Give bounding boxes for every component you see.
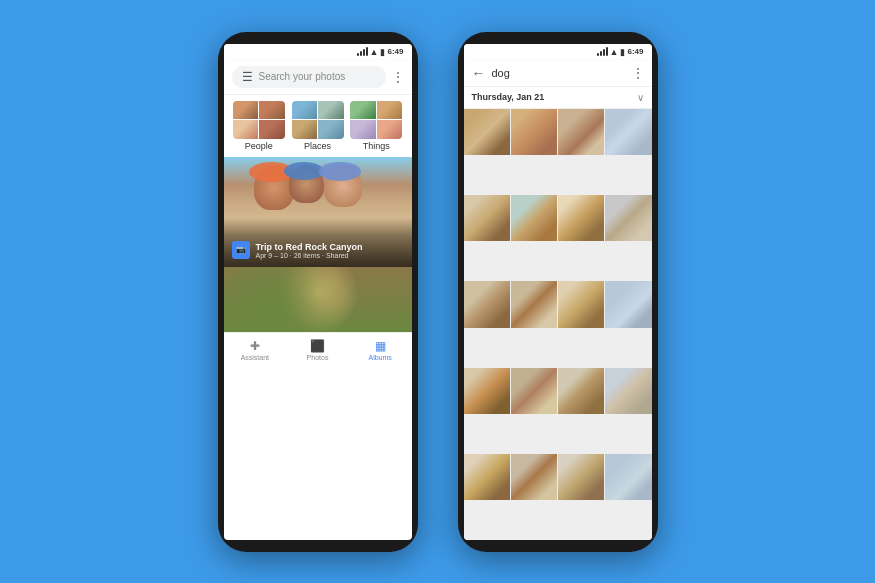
signal-icon-2	[597, 47, 608, 56]
things-img-1	[350, 101, 376, 120]
categories-section: People Places Thin	[224, 95, 412, 157]
signal-icon	[357, 47, 368, 56]
dog-photo-grid	[464, 109, 652, 540]
dog-photo-10[interactable]	[511, 281, 557, 327]
second-photo[interactable]	[224, 267, 412, 332]
places-img-3	[292, 120, 318, 139]
phone-2: ▲ ▮ 6:49 ← dog ⋮ Thursday, Jan 21 ∨	[458, 32, 658, 552]
status-icons-2: ▲ ▮ 6:49	[597, 47, 644, 57]
chevron-down-icon[interactable]: ∨	[637, 92, 644, 103]
places-thumb	[292, 101, 344, 139]
albums-icon: ▦	[375, 339, 386, 353]
search-inner-1[interactable]: ☰ Search your photos	[232, 66, 386, 88]
signal-bar-4	[366, 47, 368, 56]
nav-assistant-label: Assistant	[241, 354, 269, 361]
album-icon-box: 📷	[232, 241, 250, 259]
people-thumb	[233, 101, 285, 139]
dog-photo-6[interactable]	[511, 195, 557, 241]
bottom-nav: ✚ Assistant ⬛ Photos ▦ Albums	[224, 332, 412, 368]
battery-icon: ▮	[380, 47, 385, 57]
dog-photo-1[interactable]	[464, 109, 510, 155]
dog-photo-4[interactable]	[605, 109, 651, 155]
wifi-icon-2: ▲	[610, 47, 619, 57]
signal-bar-1	[357, 53, 359, 56]
people-img-1	[233, 101, 259, 120]
search-bar-2[interactable]: ← dog ⋮	[464, 60, 652, 87]
album-title: Trip to Red Rock Canyon	[256, 242, 363, 252]
featured-photo[interactable]: 📷 Trip to Red Rock Canyon Apr 9 – 10 · 2…	[224, 157, 412, 267]
search-placeholder-1: Search your photos	[259, 71, 376, 82]
dog-photo-8[interactable]	[605, 195, 651, 241]
menu-icon[interactable]: ☰	[242, 70, 253, 84]
dog-photo-20[interactable]	[605, 454, 651, 500]
signal-bar-2-1	[597, 53, 599, 56]
people-label: People	[245, 141, 273, 151]
people-img-2	[259, 101, 285, 120]
dog-photo-15[interactable]	[558, 368, 604, 414]
album-icon: 📷	[236, 245, 246, 254]
wifi-icon: ▲	[370, 47, 379, 57]
signal-bar-2	[360, 51, 362, 56]
status-bar-1: ▲ ▮ 6:49	[224, 44, 412, 60]
things-img-2	[377, 101, 403, 120]
things-thumb	[350, 101, 402, 139]
date-row[interactable]: Thursday, Jan 21 ∨	[464, 87, 652, 109]
album-subtitle: Apr 9 – 10 · 26 items · Shared	[256, 252, 363, 259]
search-query: dog	[492, 67, 626, 79]
album-info: Trip to Red Rock Canyon Apr 9 – 10 · 26 …	[256, 242, 363, 259]
dog-photo-16[interactable]	[605, 368, 651, 414]
phone-2-screen: ▲ ▮ 6:49 ← dog ⋮ Thursday, Jan 21 ∨	[464, 44, 652, 540]
dog-photo-7[interactable]	[558, 195, 604, 241]
back-icon[interactable]: ←	[472, 65, 486, 81]
dog-photo-14[interactable]	[511, 368, 557, 414]
category-things[interactable]: Things	[349, 101, 404, 151]
nav-albums-label: Albums	[369, 354, 392, 361]
featured-overlay: 📷 Trip to Red Rock Canyon Apr 9 – 10 · 2…	[224, 233, 412, 267]
battery-icon-2: ▮	[620, 47, 625, 57]
things-img-3	[350, 120, 376, 139]
dog-photo-3[interactable]	[558, 109, 604, 155]
places-img-2	[318, 101, 344, 120]
more-icon-2[interactable]: ⋮	[632, 66, 644, 80]
dog-photo-17[interactable]	[464, 454, 510, 500]
category-people[interactable]: People	[232, 101, 287, 151]
category-places[interactable]: Places	[290, 101, 345, 151]
dog-photo-18[interactable]	[511, 454, 557, 500]
dog-photo-2[interactable]	[511, 109, 557, 155]
dog-photo-11[interactable]	[558, 281, 604, 327]
things-label: Things	[363, 141, 390, 151]
places-img-4	[318, 120, 344, 139]
dog-photo-5[interactable]	[464, 195, 510, 241]
status-icons-1: ▲ ▮ 6:49	[357, 47, 404, 57]
places-img-1	[292, 101, 318, 120]
people-img-3	[233, 120, 259, 139]
signal-bar-2-3	[603, 49, 605, 56]
status-time-2: 6:49	[627, 47, 643, 56]
assistant-icon: ✚	[250, 339, 260, 353]
nav-assistant[interactable]: ✚ Assistant	[224, 333, 287, 368]
dog-photo-13[interactable]	[464, 368, 510, 414]
nav-albums[interactable]: ▦ Albums	[349, 333, 412, 368]
phone-1-screen: ▲ ▮ 6:49 ☰ Search your photos ⋮	[224, 44, 412, 540]
more-icon-1[interactable]: ⋮	[392, 70, 404, 84]
status-bar-2: ▲ ▮ 6:49	[464, 44, 652, 60]
photos-icon: ⬛	[310, 339, 325, 353]
people-img-4	[259, 120, 285, 139]
phone-1: ▲ ▮ 6:49 ☰ Search your photos ⋮	[218, 32, 418, 552]
status-time-1: 6:49	[387, 47, 403, 56]
dog-photo-19[interactable]	[558, 454, 604, 500]
places-label: Places	[304, 141, 331, 151]
signal-bar-2-4	[606, 47, 608, 56]
signal-bar-3	[363, 49, 365, 56]
search-bar-1[interactable]: ☰ Search your photos ⋮	[224, 60, 412, 95]
dog-photo-12[interactable]	[605, 281, 651, 327]
second-photo-bg	[224, 267, 412, 332]
things-img-4	[377, 120, 403, 139]
dog-photo-9[interactable]	[464, 281, 510, 327]
nav-photos-label: Photos	[307, 354, 329, 361]
signal-bar-2-2	[600, 51, 602, 56]
date-label: Thursday, Jan 21	[472, 92, 545, 102]
nav-photos[interactable]: ⬛ Photos	[286, 333, 349, 368]
